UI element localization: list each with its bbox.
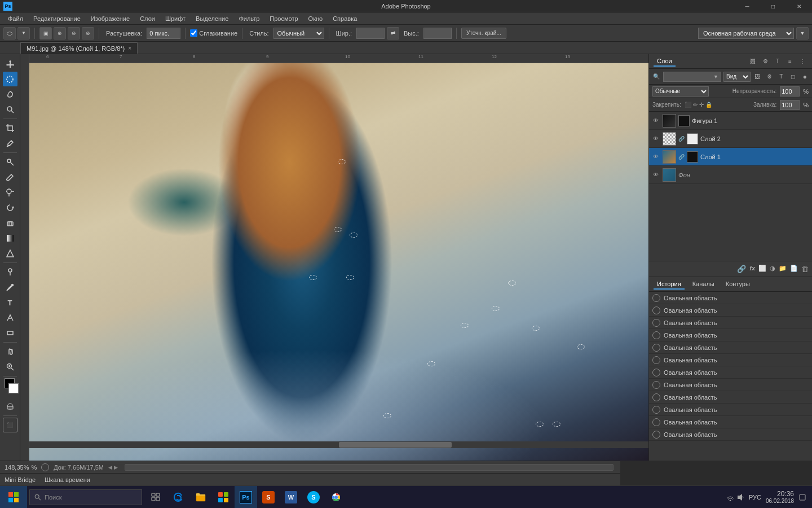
lock-transparent-icon[interactable]: ⬛ [685, 102, 691, 108]
color-swatches[interactable] [3, 378, 17, 394]
menu-image[interactable]: Изображение [86, 14, 134, 23]
healing-brush-tool[interactable] [3, 155, 17, 169]
layer-eye-figura[interactable]: 👁 [651, 116, 660, 125]
layers-toggle-filter[interactable]: ● [800, 72, 810, 82]
tab-history[interactable]: История [654, 279, 685, 290]
taskbar-store-icon[interactable] [212, 486, 235, 509]
document-tab[interactable]: M91.jpg @ 148% (Слой 1, RGB/8*) × [20, 42, 138, 54]
history-item-7[interactable]: Овальная область [649, 379, 812, 391]
layers-panel-type-icon[interactable]: T [773, 56, 783, 67]
taskbar-chrome-icon[interactable] [325, 486, 347, 509]
layer-eye-fon[interactable]: 👁 [651, 170, 660, 179]
workspace-options-btn[interactable]: ▼ [796, 27, 809, 40]
layers-panel-more-icon[interactable]: ⋮ [797, 56, 807, 67]
menu-file[interactable]: Файл [3, 14, 28, 23]
history-item-4[interactable]: Овальная область [649, 341, 812, 354]
history-brush-tool[interactable] [3, 200, 17, 215]
feather-input[interactable] [147, 28, 180, 39]
layers-icon-filter-3[interactable]: T [776, 72, 786, 82]
taskbar-photoshop-icon[interactable]: Ps [235, 486, 257, 509]
marquee-tool[interactable] [3, 72, 17, 86]
layers-panel-align-icon[interactable]: ≡ [785, 56, 795, 67]
add-selection-btn[interactable]: ⊕ [54, 27, 66, 40]
type-tool[interactable]: T [3, 295, 17, 310]
workspace-select[interactable]: Основная рабочая среда [698, 28, 794, 39]
crop-tool[interactable] [3, 121, 17, 135]
volume-icon[interactable] [736, 493, 744, 501]
layers-search-input[interactable] [666, 73, 711, 80]
fill-input[interactable] [780, 100, 800, 110]
quick-selection-tool[interactable] [3, 102, 17, 117]
style-select[interactable]: Обычный [273, 28, 324, 39]
layers-icon-filter-1[interactable]: 🖼 [753, 72, 762, 82]
history-item-11[interactable]: Овальная область [649, 428, 812, 441]
layer-item-sloy2[interactable]: 👁 🔗 Слой 2 [649, 130, 812, 148]
lock-all-icon[interactable]: 🔒 [705, 102, 712, 108]
menu-view[interactable]: Просмотр [265, 14, 302, 23]
history-item-5[interactable]: Овальная область [649, 354, 812, 366]
adjustment-layer-icon[interactable]: ◑ [770, 265, 775, 273]
eraser-tool[interactable] [3, 216, 17, 230]
link-layers-icon[interactable]: 🔗 [737, 265, 746, 273]
add-mask-icon[interactable]: ⬜ [758, 265, 766, 273]
menu-select[interactable]: Выделение [191, 14, 233, 23]
subtract-selection-btn[interactable]: ⊖ [68, 27, 80, 40]
swap-dimensions-btn[interactable]: ⇄ [387, 27, 399, 40]
fx-icon[interactable]: fx [749, 265, 755, 273]
history-item-6[interactable]: Овальная область [649, 366, 812, 379]
hand-tool[interactable] [3, 344, 17, 359]
history-item-9[interactable]: Овальная область [649, 404, 812, 416]
doc-tab-close-btn[interactable]: × [128, 45, 131, 51]
minimize-button[interactable]: ─ [734, 0, 760, 12]
clone-stamp-tool[interactable] [3, 185, 17, 200]
dodge-tool[interactable] [3, 265, 17, 279]
layers-icon-filter-4[interactable]: ◻ [788, 72, 798, 82]
quick-mask-btn[interactable] [3, 399, 17, 414]
start-button[interactable] [0, 486, 27, 509]
gradient-tool[interactable] [3, 231, 17, 246]
mini-bridge-label[interactable]: Mini Bridge [5, 476, 36, 483]
history-item-1[interactable]: Овальная область [649, 304, 812, 317]
layer-item-fon[interactable]: 👁 Фон [649, 166, 812, 184]
taskbar-word-icon[interactable]: W [280, 486, 302, 509]
blend-mode-select[interactable]: Обычные [652, 86, 709, 97]
width-input[interactable] [356, 28, 385, 39]
filter-dropdown-icon[interactable]: ▼ [713, 74, 718, 80]
new-layer-icon[interactable]: 📄 [790, 265, 798, 273]
brush-tool[interactable] [3, 170, 17, 185]
lasso-tool[interactable] [3, 87, 17, 102]
maximize-button[interactable]: □ [760, 0, 786, 12]
taskbar-task-view[interactable] [144, 486, 167, 509]
menu-layers[interactable]: Слои [135, 14, 160, 23]
opacity-input[interactable] [780, 86, 800, 97]
blur-tool[interactable] [3, 246, 17, 261]
menu-filter[interactable]: Фильтр [234, 14, 264, 23]
taskbar-explorer-icon[interactable] [189, 486, 212, 509]
pen-tool[interactable] [3, 280, 17, 295]
smooth-checkbox[interactable] [190, 29, 197, 37]
history-item-2[interactable]: Овальная область [649, 317, 812, 329]
rectangle-tool[interactable] [3, 326, 17, 340]
height-input[interactable] [423, 28, 452, 39]
marquee-options-btn[interactable]: ▼ [17, 27, 30, 40]
layers-search-field[interactable]: ▼ [663, 72, 721, 82]
history-item-8[interactable]: Овальная область [649, 391, 812, 404]
tab-layers[interactable]: Слои [654, 56, 676, 67]
lock-position-icon[interactable]: ✛ [699, 102, 704, 108]
layer-item-figura[interactable]: 👁 Фигура 1 [649, 112, 812, 130]
history-item-10[interactable]: Овальная область [649, 416, 812, 428]
move-tool[interactable] [3, 56, 17, 71]
layers-panel-adjust-icon[interactable]: ⚙ [760, 56, 770, 67]
close-button[interactable]: ✕ [786, 0, 812, 12]
history-item-3[interactable]: Овальная область [649, 329, 812, 341]
delete-layer-icon[interactable]: 🗑 [801, 265, 809, 273]
horizontal-scrollbar-main[interactable] [125, 464, 614, 471]
timeline-label[interactable]: Шкала времени [45, 476, 90, 483]
lock-pixels-icon[interactable]: ✏ [693, 102, 698, 108]
layers-panel-img-icon[interactable]: 🖼 [748, 56, 758, 67]
tab-paths[interactable]: Контуры [722, 279, 753, 290]
menu-window[interactable]: Окно [304, 14, 328, 23]
canvas-area[interactable]: 6 7 8 9 10 11 12 13 [20, 54, 648, 461]
taskbar-skype-icon[interactable]: S [302, 486, 325, 509]
zoom-tool[interactable] [3, 360, 17, 374]
